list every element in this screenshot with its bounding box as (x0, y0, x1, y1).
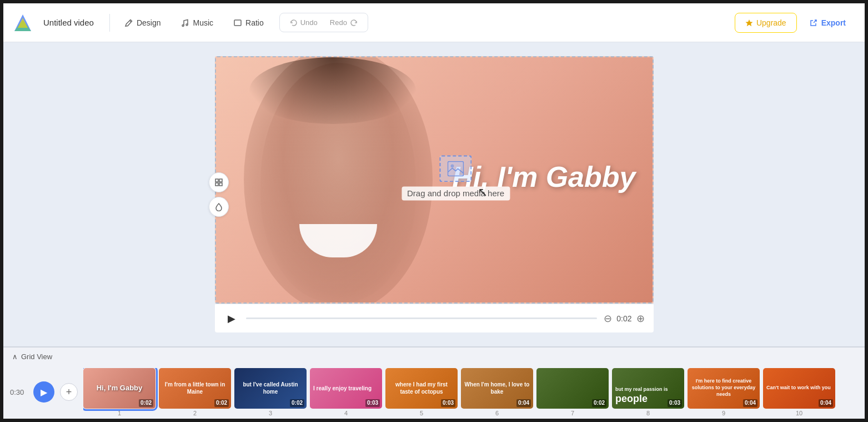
thumb-3-number: 3 (269, 410, 272, 416)
thumb-4-number: 4 (344, 410, 348, 416)
export-button[interactable]: Export (799, 13, 856, 32)
thumb-8-duration: 0:03 (668, 399, 682, 407)
thumb-8-people-text: people (615, 393, 648, 405)
svg-rect-10 (219, 183, 222, 186)
thumb-6-number: 6 (495, 410, 499, 416)
thumb-3-duration: 0:02 (290, 399, 304, 407)
playbar-timeline[interactable] (246, 317, 598, 319)
thumbnail-4[interactable]: I really enjoy traveling 0:03 (310, 368, 382, 409)
thumbnail-8[interactable]: but my real passion is people 0:03 (612, 368, 684, 409)
list-item: Can't wait to work with you 0:04 10 (763, 368, 835, 416)
grid-view-header: ∧ Grid View (3, 347, 865, 365)
music-button[interactable]: Music (172, 14, 222, 32)
header: Untitled video Design Music Ratio (3, 3, 865, 42)
svg-rect-8 (219, 179, 222, 182)
app-logo (12, 12, 33, 33)
music-icon (180, 18, 189, 27)
layout-tool-button[interactable] (209, 172, 229, 192)
thumb-9-text: I'm here to find creative solutions to y… (691, 378, 756, 398)
thumb-4-text: I really enjoy traveling (313, 385, 372, 392)
thumb-1-duration: 0:02 (139, 399, 153, 407)
canvas-play-button[interactable]: ▶ (224, 311, 239, 326)
list-item: When I'm home, I love to bake 0:04 6 (461, 368, 533, 416)
list-item: but my real passion is people 0:03 8 (612, 368, 684, 416)
canvas-wrapper: Hi, I'm Gabby ↖ (215, 56, 654, 332)
thumb-8-text: but my real passion is (615, 386, 668, 393)
svg-point-4 (186, 24, 188, 26)
main-area: Hi, I'm Gabby ↖ (3, 42, 865, 419)
thumb-10-text: Can't wait to work with you (766, 385, 831, 391)
thumbnail-7[interactable]: 0:02 (536, 368, 609, 409)
thumbnail-9[interactable]: I'm here to find creative solutions to y… (688, 368, 760, 409)
redo-label: Redo (330, 18, 347, 27)
thumbnails-container: Hi, I'm Gabby 0:02 1 I'm from a little t… (83, 368, 835, 416)
undo-label: Undo (300, 18, 318, 27)
project-title[interactable]: Untitled video (38, 18, 99, 27)
thumb-6-text: When I'm home, I love to bake (464, 381, 530, 395)
playbar: ▶ ⊖ 0:02 ⊕ (215, 304, 654, 332)
thumbnail-5[interactable]: where I had my first taste of octopus 0:… (385, 368, 458, 409)
undo-button[interactable]: Undo (284, 16, 323, 29)
thumbnail-2[interactable]: I'm from a little town in Maine 0:02 (159, 368, 231, 409)
timeline-row: 0:30 ▶ + Hi, I'm Gabby 0:02 1 (3, 365, 865, 419)
time-controls: ⊖ 0:02 ⊕ (604, 312, 644, 325)
timeline-play-button[interactable]: ▶ (33, 381, 54, 403)
drag-drop-text: Drag and drop media here (402, 186, 510, 200)
star-icon (745, 19, 753, 27)
thumbnail-6[interactable]: When I'm home, I love to bake 0:04 (461, 368, 533, 409)
svg-rect-9 (215, 183, 218, 186)
thumbnail-3[interactable]: but I've called Austin home 0:02 (234, 368, 307, 409)
image-icon (448, 161, 464, 176)
thumbnail-1[interactable]: Hi, I'm Gabby 0:02 (83, 368, 155, 409)
thumb-9-duration: 0:04 (743, 399, 757, 407)
canvas-dashed-border: Hi, I'm Gabby ↖ (215, 56, 654, 304)
canvas-container[interactable]: Hi, I'm Gabby ↖ (215, 56, 654, 304)
upgrade-label: Upgrade (756, 18, 786, 27)
thumb-2-duration: 0:02 (214, 399, 229, 407)
color-tool-button[interactable] (209, 197, 229, 217)
list-item: I'm here to find creative solutions to y… (688, 368, 760, 416)
ratio-icon (233, 18, 242, 27)
music-label: Music (193, 18, 213, 27)
thumb-5-number: 5 (420, 410, 423, 416)
pencil-icon (124, 18, 133, 27)
redo-button[interactable]: Redo (324, 16, 363, 29)
thumb-1-number: 1 (118, 410, 121, 416)
thumb-bg-10: Can't wait to work with you 0:04 (763, 368, 835, 409)
thumb-bg-9: I'm here to find creative solutions to y… (688, 368, 760, 409)
drag-drop-area[interactable]: ↖ Drag and drop media here (402, 155, 510, 200)
design-button[interactable]: Design (116, 14, 170, 32)
svg-rect-11 (448, 161, 464, 176)
divider-1 (109, 14, 110, 32)
list-item: I'm from a little town in Maine 0:02 2 (159, 368, 231, 416)
undo-icon (290, 19, 298, 27)
thumb-4-duration: 0:03 (365, 399, 380, 407)
ratio-button[interactable]: Ratio (224, 14, 273, 32)
image-placeholder: ↖ (440, 155, 472, 182)
thumb-5-duration: 0:03 (441, 399, 455, 407)
svg-marker-6 (745, 19, 752, 26)
time-decrease-button[interactable]: ⊖ (604, 312, 612, 325)
thumb-8-number: 8 (646, 410, 650, 416)
thumbnail-10[interactable]: Can't wait to work with you 0:04 (763, 368, 835, 409)
thumb-7-duration: 0:02 (592, 399, 606, 407)
grid-view-label: Grid View (21, 353, 52, 361)
add-scene-button[interactable]: + (60, 383, 78, 401)
thumb-bg-5: where I had my first taste of octopus 0:… (385, 368, 458, 409)
thumb-bg-7: 0:02 (536, 368, 609, 409)
upgrade-button[interactable]: Upgrade (735, 13, 797, 33)
list-item: but I've called Austin home 0:02 3 (234, 368, 307, 416)
undo-redo-group: Undo Redo (279, 13, 368, 32)
thumb-bg-8: but my real passion is people 0:03 (612, 368, 684, 409)
export-label: Export (821, 18, 846, 27)
hair-top (249, 57, 416, 124)
thumb-6-duration: 0:04 (516, 399, 531, 407)
canvas-area: Hi, I'm Gabby ↖ (3, 42, 865, 346)
bottom-strip: ∧ Grid View 0:30 ▶ + Hi, I'm Gabby 0:02 (3, 346, 865, 419)
thumb-3-text: but I've called Austin home (239, 381, 302, 395)
time-increase-button[interactable]: ⊕ (636, 312, 645, 325)
thumb-1-text: Hi, I'm Gabby (97, 384, 143, 393)
list-item: 0:02 7 (536, 368, 609, 416)
svg-rect-5 (234, 20, 241, 26)
list-item: I really enjoy traveling 0:03 4 (310, 368, 382, 416)
